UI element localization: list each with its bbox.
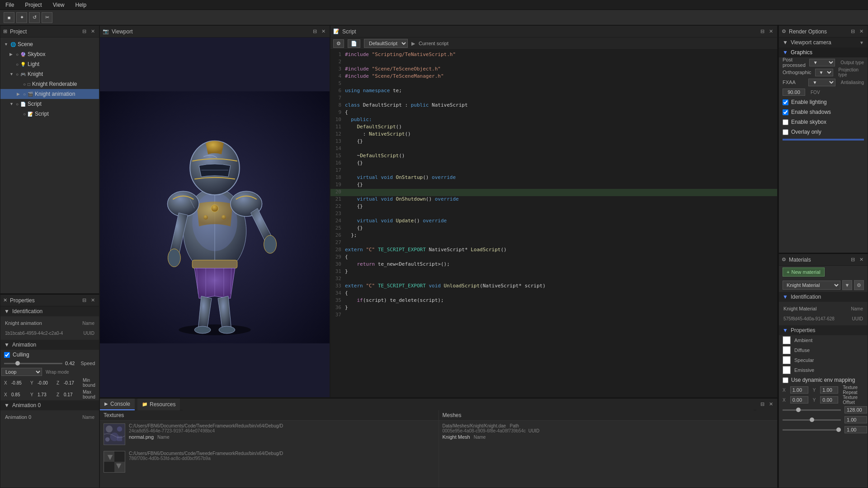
resources-tab[interactable]: 📁 Resources <box>137 399 180 410</box>
dynamic-env-checkbox[interactable] <box>783 377 788 383</box>
spec-power-input[interactable] <box>844 406 867 413</box>
meshes-list: Data/Meshes/Knight/Knight.dae Path 0005e… <box>439 421 778 488</box>
mat-properties-header[interactable]: ▼ Properties <box>779 325 868 335</box>
anim0-section-header[interactable]: ▼ Animation 0 <box>0 400 99 410</box>
code-line-15: 15 ~DefaultScript() <box>330 153 777 160</box>
wrap-mode-select[interactable]: Loop Clamp <box>1 368 42 376</box>
render-options-close-btn[interactable]: ✕ <box>858 28 865 35</box>
spec-strength-input[interactable] <box>844 416 867 423</box>
spec-strength-row: Spec. strength <box>779 415 868 425</box>
new-material-button[interactable]: + New material <box>783 267 825 277</box>
console-tab[interactable]: ▶ Console <box>100 399 135 410</box>
properties-filter-btn[interactable]: ⊟ <box>81 297 88 304</box>
identification-content: Knight animation Name 1b1bcab6-4959-44c2… <box>0 316 99 340</box>
code-line-2: 2 <box>330 59 777 66</box>
texture-repeat-y[interactable] <box>820 386 838 394</box>
orthographic-select[interactable]: ▼ <box>815 69 833 76</box>
post-processed-select[interactable]: ▼ <box>809 59 835 66</box>
mesh-item-0[interactable]: Data/Meshes/Knight/Knight.dae Path 0005e… <box>439 421 778 443</box>
transparency-slider[interactable] <box>783 429 841 431</box>
code-line-37: 37 <box>330 312 777 319</box>
properties-close-btn[interactable]: ✕ <box>90 297 96 304</box>
meshes-section: Meshes Data/Meshes/Knight/Knight.dae Pat… <box>439 410 778 488</box>
toolbar-btn-4[interactable]: ✂ <box>42 12 52 23</box>
viewport-content[interactable] <box>100 38 330 397</box>
script-selector[interactable]: DefaultScript <box>364 39 408 48</box>
menu-help[interactable]: Help <box>74 1 89 9</box>
script-close-btn[interactable]: ✕ <box>768 28 774 35</box>
knight-figure <box>100 38 330 397</box>
enable-lighting-checkbox[interactable] <box>783 99 788 105</box>
toolbar-btn-1[interactable]: ■ <box>4 12 14 23</box>
material-gear-btn[interactable]: ⚙ <box>854 280 864 290</box>
overlay-only-checkbox[interactable] <box>783 129 788 135</box>
toolbar-btn-2[interactable]: ✦ <box>16 12 27 23</box>
emissive-row: Emissive <box>779 365 868 375</box>
texture-offset-y[interactable] <box>820 396 838 404</box>
culling-checkbox[interactable] <box>4 352 10 358</box>
viewport-close-btn[interactable]: ✕ <box>320 28 327 35</box>
graphics-section-header[interactable]: ▼ Graphics <box>779 47 868 57</box>
texture-repeat-x[interactable] <box>790 386 808 394</box>
textures-list: C:/Users/FBN6/Documents/Code/TweedeFrame… <box>100 421 439 488</box>
texture-name-0: normal.png <box>129 434 154 440</box>
enable-skybox-checkbox[interactable] <box>783 119 788 125</box>
tree-item-knight-animation[interactable]: ▶ ○ 🎬 Knight animation <box>0 89 99 99</box>
transparency-input[interactable] <box>844 426 867 433</box>
culling-row: Culling <box>0 350 99 360</box>
enable-shadows-checkbox[interactable] <box>783 109 788 115</box>
toolbar-btn-3[interactable]: ↺ <box>29 12 40 23</box>
texture-offset-x[interactable] <box>790 396 808 404</box>
tree-item-knight[interactable]: ▼ ○ 🎮 Knight <box>0 69 99 79</box>
texture-item-0[interactable]: C:/Users/FBN6/Documents/Code/TweedeFrame… <box>100 421 439 448</box>
spec-power-slider[interactable] <box>783 409 841 411</box>
tree-item-skybox[interactable]: ▶ ○ 🔮 Skybox <box>0 49 99 59</box>
tree-item-script-child[interactable]: ○ 📝 Script <box>0 109 99 119</box>
material-select[interactable]: Knight Material <box>783 281 840 290</box>
ambient-swatch[interactable] <box>783 336 791 344</box>
min-bound-row: X -0.85 Y -0.00 Z -0.17 Min bound <box>0 377 99 389</box>
code-line-20: 20 <box>330 189 777 196</box>
viewport-filter-btn[interactable]: ⊟ <box>311 28 318 35</box>
texture-info-1: C:/Users/FBN6/Documents/Code/TweedeFrame… <box>129 451 435 461</box>
script-file-btn[interactable]: 📄 <box>348 39 360 48</box>
tree-item-scene[interactable]: ▼ 🌐 Scene <box>0 39 99 49</box>
script-settings-btn[interactable]: ⚙ <box>333 39 344 48</box>
console-close-btn[interactable]: ✕ <box>768 401 774 408</box>
project-close-btn[interactable]: ✕ <box>90 28 96 35</box>
texture-item-1[interactable]: C:/Users/FBN6/Documents/Code/TweedeFrame… <box>100 448 439 476</box>
texture-info-0: C:/Users/FBN6/Documents/Code/TweedeFrame… <box>129 423 435 440</box>
identification-section-header[interactable]: ▼ Identification <box>0 306 99 316</box>
console-filter-btn[interactable]: ⊟ <box>759 401 766 408</box>
fov-input[interactable] <box>783 89 805 96</box>
diffuse-swatch[interactable] <box>783 346 791 354</box>
materials-close-btn[interactable]: ✕ <box>858 256 865 263</box>
tree-item-knight-renderable[interactable]: ○ □ Knight Renderable <box>0 79 99 89</box>
script-title: Script <box>342 28 756 35</box>
material-settings-btn[interactable]: ▼ <box>842 280 852 290</box>
materials-filter-btn[interactable]: ⊟ <box>849 256 856 263</box>
menu-project[interactable]: Project <box>23 1 43 9</box>
specular-swatch[interactable] <box>783 356 791 364</box>
mat-identification-header[interactable]: ▼ Identification <box>779 292 868 302</box>
tree-item-light[interactable]: ○ 💡 Light <box>0 59 99 69</box>
emissive-swatch[interactable] <box>783 366 791 374</box>
plus-icon: + <box>787 269 789 275</box>
spec-strength-slider[interactable] <box>783 419 841 421</box>
project-filter-btn[interactable]: ⊟ <box>81 28 88 35</box>
mesh-name-row-0: Knight Mesh Name <box>443 434 774 440</box>
script-editor[interactable]: 1 #include "Scripting/TeNativeScript.h" … <box>330 50 777 397</box>
speed-slider[interactable] <box>4 363 62 364</box>
texture-thumb-1 <box>104 451 125 473</box>
script-filter-btn[interactable]: ⊟ <box>759 28 766 35</box>
viewport-camera-header[interactable]: ▼ Viewport camera ▼ <box>779 38 868 47</box>
menu-file[interactable]: File <box>4 1 16 9</box>
menu-view[interactable]: View <box>51 1 66 9</box>
render-options-filter-btn[interactable]: ⊟ <box>849 28 856 35</box>
fxaa-select[interactable]: ▼ <box>808 79 835 86</box>
svg-point-21 <box>105 437 110 442</box>
tree-item-script-parent[interactable]: ▼ ○ 📄 Script <box>0 99 99 109</box>
enable-shadows-label: Enable shadows <box>791 109 831 115</box>
code-line-34: 34 { <box>330 290 777 297</box>
animation-section-header[interactable]: ▼ Animation <box>0 340 99 350</box>
